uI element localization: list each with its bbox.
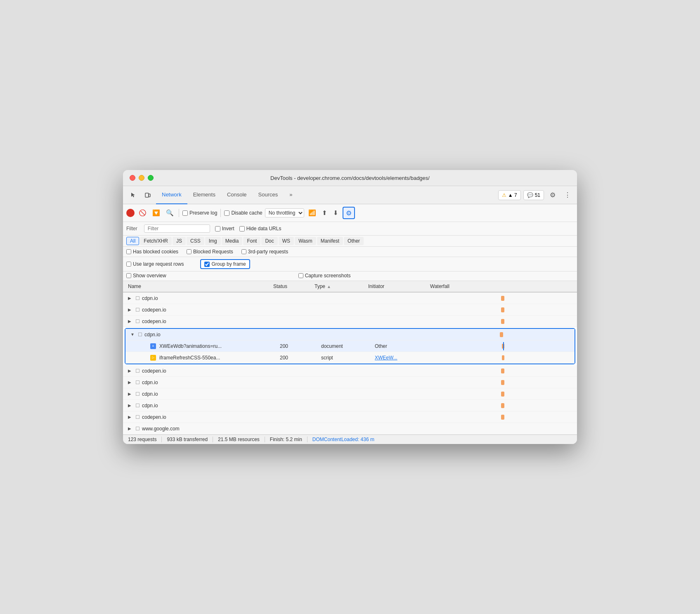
cursor-icon[interactable]	[126, 189, 140, 202]
maximize-button[interactable]	[148, 175, 154, 181]
close-button[interactable]	[130, 175, 135, 181]
table-row[interactable]: ▶ ☐ www.google.com	[123, 423, 577, 435]
network-table: ▶ ☐ cdpn.io ▶ ☐ codepen.io	[123, 293, 577, 435]
chat-icon: 💬	[527, 192, 533, 198]
tabs-bar: Network Elements Console Sources » ⚠ ▲ 7…	[123, 186, 577, 204]
expand-arrow-icon[interactable]: ▶	[128, 426, 133, 431]
network-settings-icon[interactable]: ⚙	[343, 207, 355, 219]
expand-arrow-icon[interactable]: ▶	[128, 392, 133, 396]
expand-arrow-icon[interactable]: ▶	[128, 415, 133, 419]
initiator-link[interactable]: XWEeW...	[375, 355, 397, 361]
disable-cache-input[interactable]	[224, 210, 229, 216]
invert-checkbox[interactable]: Invert	[215, 226, 234, 231]
filter-input[interactable]	[144, 224, 210, 233]
filter-media[interactable]: Media	[222, 237, 243, 245]
expand-arrow-icon[interactable]: ▶	[128, 403, 133, 408]
record-button[interactable]	[126, 209, 135, 217]
group-by-frame-checkbox[interactable]	[204, 262, 210, 267]
folder-icon: ☐	[135, 426, 140, 432]
th-initiator[interactable]: Initiator	[367, 283, 428, 290]
throttle-select[interactable]: No throttling	[265, 208, 304, 217]
tab-more[interactable]: »	[284, 186, 298, 204]
third-party-input[interactable]	[241, 249, 246, 254]
filter-img[interactable]: Img	[205, 237, 221, 245]
download-icon[interactable]: ⬇	[331, 208, 340, 217]
tab-network[interactable]: Network	[156, 186, 187, 204]
warning-badge[interactable]: ⚠ ▲ 7	[498, 190, 521, 200]
row-initiator-cell: XWEeW...	[373, 354, 435, 361]
table-row[interactable]: ▶ ☐ codepen.io	[123, 316, 577, 327]
row-type-cell: document	[319, 342, 373, 350]
blocked-cookies-input[interactable]	[126, 249, 131, 254]
capture-screenshots-input[interactable]	[298, 273, 303, 278]
table-row[interactable]: ▼ ☐ cdpn.io	[125, 329, 575, 340]
table-row[interactable]: ▶ ☐ cdpn.io	[123, 400, 577, 411]
th-waterfall[interactable]: Waterfall	[428, 283, 574, 290]
blocked-requests-input[interactable]	[187, 249, 192, 254]
upload-icon[interactable]: ⬆	[320, 208, 329, 217]
tab-sources[interactable]: Sources	[253, 186, 284, 204]
show-overview-input[interactable]	[126, 273, 131, 278]
th-status[interactable]: Status	[272, 283, 313, 290]
tab-console[interactable]: Console	[221, 186, 253, 204]
row-waterfall-cell	[428, 294, 574, 302]
expand-arrow-icon[interactable]: ▶	[128, 319, 133, 324]
show-overview-checkbox[interactable]: Show overview	[126, 273, 166, 279]
settings-icon[interactable]: ⚙	[546, 189, 559, 201]
invert-input[interactable]	[215, 226, 220, 231]
folder-icon: ☐	[137, 332, 143, 338]
table-row[interactable]: ▶ ☐ cdpn.io	[123, 388, 577, 400]
row-waterfall-cell	[428, 413, 574, 421]
chat-badge[interactable]: 💬 51	[523, 190, 544, 200]
filter-js[interactable]: JS	[173, 237, 186, 245]
filter-font[interactable]: Font	[243, 237, 260, 245]
search-icon[interactable]: 🔍	[164, 208, 175, 217]
filter-all[interactable]: All	[126, 237, 139, 245]
filter-doc[interactable]: Doc	[261, 237, 277, 245]
table-row[interactable]: ▶ ▷ iframeRefreshCSS-550ea... 200 script…	[125, 352, 575, 364]
row-type-cell	[313, 393, 367, 395]
expand-arrow-icon[interactable]: ▶	[128, 296, 133, 300]
filter-css[interactable]: CSS	[187, 237, 204, 245]
table-row[interactable]: ▶ ☐ codepen.io	[123, 411, 577, 423]
blocked-requests-checkbox[interactable]: Blocked Requests	[187, 249, 233, 255]
table-row[interactable]: ▶ ☐ cdpn.io	[123, 293, 577, 304]
clear-icon[interactable]: 🚫	[137, 208, 148, 217]
row-initiator-cell	[367, 298, 428, 299]
disable-cache-checkbox[interactable]: Disable cache	[224, 210, 262, 216]
hide-data-urls-input[interactable]	[239, 226, 245, 231]
tab-elements[interactable]: Elements	[187, 186, 221, 204]
capture-screenshots-checkbox[interactable]: Capture screenshots	[298, 273, 351, 279]
large-rows-checkbox[interactable]: Use large request rows	[126, 261, 184, 267]
table-row[interactable]: ▶ ☐ codepen.io	[123, 304, 577, 316]
th-name[interactable]: Name	[126, 283, 272, 290]
large-rows-input[interactable]	[126, 262, 131, 267]
third-party-checkbox[interactable]: 3rd-party requests	[241, 249, 288, 255]
table-row[interactable]: ▶ ≡ XWEeWdb?animations=ru... 200 documen…	[125, 340, 575, 352]
device-toggle-icon[interactable]	[141, 189, 154, 202]
row-name-text: cdpn.io	[142, 391, 158, 397]
expand-arrow-icon[interactable]: ▶	[128, 307, 133, 312]
preserve-log-input[interactable]	[182, 210, 188, 216]
filter-ws[interactable]: WS	[279, 237, 294, 245]
table-row[interactable]: ▶ ☐ codepen.io	[123, 365, 577, 377]
table-row[interactable]: ▶ ☐ cdpn.io	[123, 377, 577, 388]
filter-other[interactable]: Other	[344, 237, 364, 245]
preserve-log-checkbox[interactable]: Preserve log	[182, 210, 217, 216]
filter-icon[interactable]: 🔽	[151, 208, 162, 217]
row-name-text: codepen.io	[142, 368, 166, 374]
filter-fetch-xhr[interactable]: Fetch/XHR	[140, 237, 172, 245]
row-waterfall-cell	[428, 425, 574, 433]
blocked-cookies-checkbox[interactable]: Has blocked cookies	[126, 249, 178, 255]
th-type[interactable]: Type ▲	[313, 283, 367, 290]
filter-manifest[interactable]: Manifest	[317, 237, 343, 245]
filter-wasm[interactable]: Wasm	[295, 237, 316, 245]
minimize-button[interactable]	[139, 175, 144, 181]
expand-arrow-icon[interactable]: ▼	[130, 332, 135, 337]
group-by-frame-label[interactable]: Group by frame	[211, 261, 246, 267]
expand-arrow-icon[interactable]: ▶	[128, 380, 133, 385]
expand-arrow-icon[interactable]: ▶	[128, 368, 133, 373]
more-options-icon[interactable]: ⋮	[561, 189, 574, 201]
hide-data-urls-checkbox[interactable]: Hide data URLs	[239, 226, 281, 231]
wifi-icon[interactable]: 📶	[307, 208, 318, 217]
